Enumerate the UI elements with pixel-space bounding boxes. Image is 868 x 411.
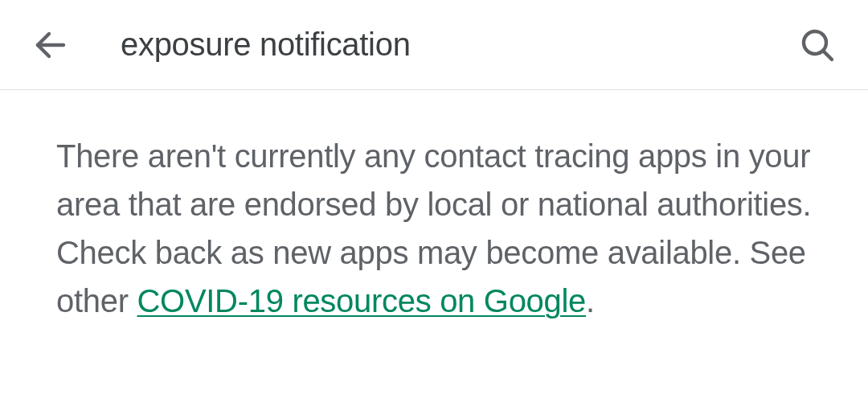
covid-resources-link[interactable]: COVID-19 resources on Google (137, 283, 587, 319)
back-button[interactable] (23, 17, 79, 73)
message-text-after: . (586, 283, 595, 319)
header-bar: exposure notification (0, 0, 868, 90)
info-message: There aren't currently any contact traci… (56, 132, 812, 325)
content-area: There aren't currently any contact traci… (0, 90, 868, 367)
svg-line-2 (823, 51, 832, 60)
search-icon (798, 26, 837, 64)
search-button[interactable] (789, 17, 845, 73)
arrow-back-icon (31, 26, 70, 64)
search-query-text[interactable]: exposure notification (79, 27, 789, 63)
